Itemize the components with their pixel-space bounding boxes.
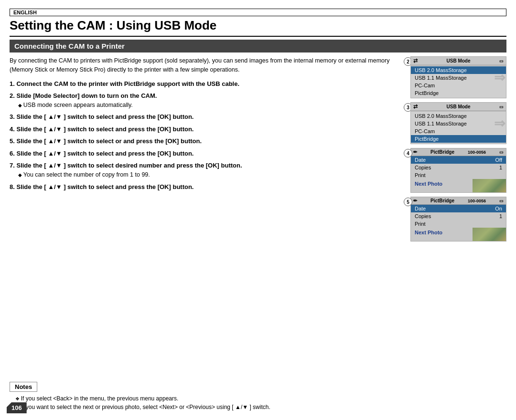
mockup-row: USB 1.1 MassStorage (411, 74, 506, 82)
page-title: Setting the CAM : Using USB Mode (10, 18, 506, 37)
pb-label: PictBridge (430, 198, 454, 203)
lang-badge: ENGLISH (10, 9, 506, 16)
pb-photo-thumbnail (473, 179, 506, 192)
mockup-row: PictBridge (411, 89, 506, 97)
intro-paragraph: By connecting the CAM to printers with P… (10, 56, 399, 74)
usb-icon: ⇄ (413, 104, 418, 110)
step-item: 1. Connect the CAM to the printer with P… (10, 79, 399, 89)
step-item: 7. Slide the [ ▲/▼ ] switch to select de… (10, 161, 399, 179)
pb-code: 100-0056 (468, 150, 486, 155)
pb-label: PictBridge (430, 149, 454, 155)
pb-row-label: Print (415, 221, 426, 227)
usb-icon: ⇄ (413, 58, 418, 64)
left-col: By connecting the CAM to printers with P… (10, 56, 399, 411)
step-num: 5. Slide the [ ▲/▼ ] switch to select or… (10, 137, 202, 145)
mockup-body: USB 2.0 MassStorageUSB 1.1 MassStoragePC… (411, 111, 506, 144)
mockup-row: USB 2.0 MassStorage (411, 66, 506, 74)
mockup-step-3: 3⇄ USB Mode▭⇒USB 2.0 MassStorageUSB 1.1 … (410, 102, 506, 144)
step-item: 5. Slide the [ ▲/▼ ] switch to select or… (10, 136, 399, 146)
right-col: 2⇄ USB Mode▭⇒USB 2.0 MassStorageUSB 1.1 … (404, 56, 506, 411)
note-item: If you want to select the next or previo… (10, 403, 399, 411)
step-num: 7. Slide the [ ▲/▼ ] switch to select de… (10, 162, 242, 169)
mockup-body: USB 2.0 MassStorageUSB 1.1 MassStoragePC… (411, 65, 506, 98)
pb-row-label: Print (415, 172, 426, 178)
pb-photo-area: Next PhotoPrevious Photo (411, 179, 506, 192)
mockup-step-2: 2⇄ USB Mode▭⇒USB 2.0 MassStorageUSB 1.1 … (410, 56, 506, 98)
mockup-row: PictBridge (411, 135, 506, 143)
step-bullet: You can select the number of copy from 1… (18, 170, 399, 179)
step-num: 4. Slide the [ ▲/▼ ] switch to select an… (10, 126, 194, 133)
page: ENGLISH Setting the CAM : Using USB Mode… (0, 0, 516, 420)
mockup-step-4: 4✏ PictBridge 100-0056▭DateOffCopies1Pri… (410, 148, 506, 193)
step-num: 1. Connect the CAM to the printer with P… (10, 80, 239, 87)
step-num: 6. Slide the [ ▲/▼ ] switch to select an… (10, 150, 194, 157)
note-item: If you select <Back> in the menu, the pr… (10, 394, 399, 403)
pb-header: ✏ PictBridge 100-0056▭ (411, 148, 506, 156)
mockup-row: USB 2.0 MassStorage (411, 112, 506, 120)
pb-row-label: Copies (415, 165, 431, 170)
step-item: 3. Slide the [ ▲/▼ ] switch to select an… (10, 112, 399, 122)
header-right: ▭ (499, 59, 504, 63)
usb-mode-mockup: ⇄ USB Mode▭⇒USB 2.0 MassStorageUSB 1.1 M… (410, 56, 506, 98)
mockup-row: USB 1.1 MassStorage (411, 120, 506, 127)
step-circle: 5 (404, 198, 412, 206)
pb-row-value: On (495, 206, 502, 211)
pb-header-right: ▭ (499, 199, 504, 203)
pb-icon: ✏ (413, 149, 417, 155)
step-item: 6. Slide the [ ▲/▼ ] switch to select an… (10, 149, 399, 158)
pb-row: Copies1 (411, 212, 506, 220)
notes-section: Notes If you select <Back> in the menu, … (10, 378, 399, 411)
pb-row-value: 1 (499, 165, 502, 170)
pb-row: Copies1 (411, 164, 506, 171)
main-layout: By connecting the CAM to printers with P… (10, 56, 506, 411)
pb-header: ✏ PictBridge 100-0056▭ (411, 197, 506, 205)
notes-label: Notes (10, 382, 37, 392)
mockup-row: PC-Cam (411, 82, 506, 89)
pb-photo-thumbnail (473, 228, 506, 241)
pb-row-label: Date (415, 157, 426, 163)
mockup-step-5: 5✏ PictBridge 100-0056▭DateOnCopies1Prin… (410, 197, 506, 242)
pb-code: 100-0056 (468, 199, 486, 203)
pictbridge-mockup: ✏ PictBridge 100-0056▭DateOffCopies1Prin… (410, 148, 506, 193)
pb-row: Print (411, 171, 506, 179)
pictbridge-mockup: ✏ PictBridge 100-0056▭DateOnCopies1Print… (410, 197, 506, 242)
mockup-header: ⇄ USB Mode▭ (411, 103, 506, 111)
steps-list: 1. Connect the CAM to the printer with P… (10, 79, 399, 195)
section-header: Connecting the CAM to a Printer (10, 40, 506, 52)
pb-row: DateOn (411, 205, 506, 212)
step-num: 2. Slide [Mode Selector] down to turn on… (10, 92, 157, 99)
notes-bullets: If you select <Back> in the menu, the pr… (10, 394, 399, 411)
step-circle: 4 (404, 149, 412, 158)
pb-icon: ✏ (413, 198, 417, 203)
pb-row-value: 1 (499, 213, 502, 219)
step-bullet: USB mode screen appears automatically. (18, 101, 399, 110)
header-label: USB Mode (447, 104, 471, 109)
usb-mode-mockup: ⇄ USB Mode▭⇒USB 2.0 MassStorageUSB 1.1 M… (410, 102, 506, 144)
pb-header-right: ▭ (499, 150, 504, 155)
pb-row-label: Date (415, 206, 426, 211)
mockup-header: ⇄ USB Mode▭ (411, 57, 506, 65)
step-item: 2. Slide [Mode Selector] down to turn on… (10, 91, 399, 109)
pb-row-label: Copies (415, 213, 431, 219)
header-label: USB Mode (447, 58, 471, 63)
step-num: 8. Slide the [ ▲/▼ ] switch to select an… (10, 183, 194, 190)
mockup-row: PC-Cam (411, 127, 506, 135)
pb-row: DateOff (411, 156, 506, 164)
pb-row: Print (411, 220, 506, 228)
step-num: 3. Slide the [ ▲/▼ ] switch to select an… (10, 113, 194, 120)
step-item: 4. Slide the [ ▲/▼ ] switch to select an… (10, 125, 399, 134)
header-right: ▭ (499, 105, 504, 109)
pb-row-value: Off (495, 157, 502, 163)
pb-photo-area: Next PhotoPrevious Photo (411, 228, 506, 241)
step-item: 8. Slide the [ ▲/▼ ] switch to select an… (10, 182, 399, 192)
